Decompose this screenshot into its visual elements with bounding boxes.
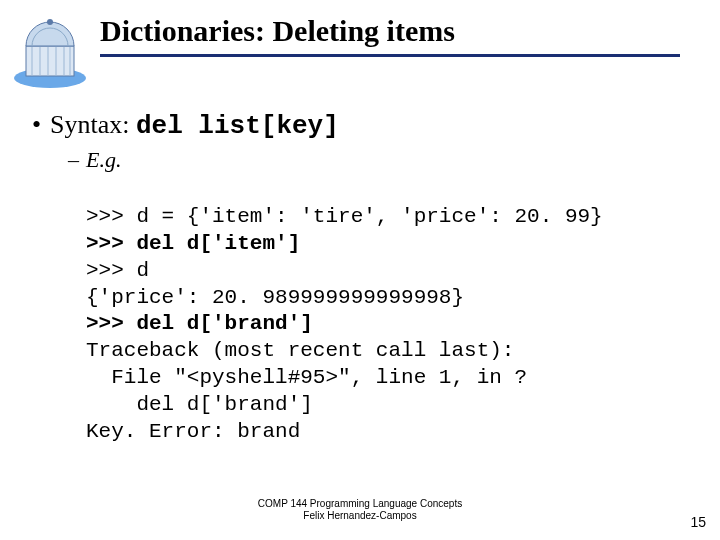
slide: Dictionaries: Deleting items •Syntax: de… [0,0,720,540]
unc-well-logo [8,0,92,90]
code-line: File "<pyshell#95>", line 1, in ? [86,366,527,389]
code-line: {'price': 20. 989999999999998} [86,286,464,309]
syntax-label: Syntax: [50,110,136,139]
bullet-dot-icon: • [32,110,50,140]
syntax-line: •Syntax: del list[key] [32,110,682,141]
code-line: >>> del d['brand'] [86,312,313,335]
footer: COMP 144 Programming Language Concepts F… [0,498,720,522]
eg-line: –E.g. [68,147,682,173]
footer-line-2: Felix Hernandez-Campos [0,510,720,522]
code-line: Traceback (most recent call last): [86,339,514,362]
slide-title: Dictionaries: Deleting items [100,14,680,48]
eg-label: E.g. [86,147,121,172]
slide-body: •Syntax: del list[key] –E.g. >>> d = {'i… [32,110,682,446]
code-block: >>> d = {'item': 'tire', 'price': 20. 99… [86,177,682,446]
syntax-code: del list[key] [136,111,339,141]
title-block: Dictionaries: Deleting items [100,14,680,57]
svg-point-8 [47,19,53,25]
code-line: del d['brand'] [86,393,313,416]
code-line: >>> del d['item'] [86,232,300,255]
page-number: 15 [690,514,706,530]
title-underline [100,54,680,57]
footer-line-1: COMP 144 Programming Language Concepts [0,498,720,510]
code-line: >>> d [86,259,149,282]
svg-rect-1 [26,46,74,76]
code-line: >>> d = {'item': 'tire', 'price': 20. 99… [86,205,603,228]
code-line: Key. Error: brand [86,420,300,443]
bullet-dash-icon: – [68,147,86,173]
